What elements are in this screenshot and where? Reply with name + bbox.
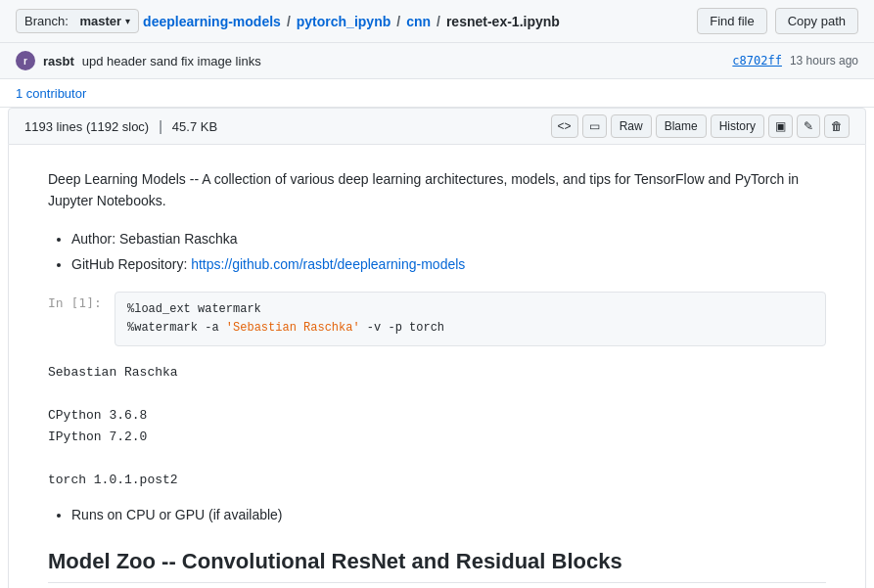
- delete-icon[interactable]: 🗑: [824, 114, 850, 138]
- contributor-link[interactable]: 1 contributor: [16, 86, 86, 101]
- find-file-button[interactable]: Find file: [697, 8, 767, 34]
- cell-label: In [1]:: [48, 292, 107, 346]
- output-line-blank-2: [48, 448, 826, 470]
- avatar: r: [16, 51, 35, 70]
- top-bar: Branch: master ▾ deeplearning-models / p…: [0, 0, 874, 43]
- output-line-blank-1: [48, 384, 826, 405]
- branch-label: Branch:: [24, 14, 69, 28]
- commit-message: upd header sand fix image links: [82, 54, 725, 68]
- breadcrumb: deeplearning-models / pytorch_ipynb / cn…: [143, 14, 560, 29]
- output-line-cpython: CPython 3.6.8: [48, 405, 826, 427]
- contributor-bar: 1 contributor: [0, 79, 874, 108]
- commit-hash[interactable]: c8702ff: [732, 54, 782, 68]
- output-line-torch: torch 1.0.1.post2: [48, 470, 826, 491]
- branch-name: master: [79, 14, 121, 28]
- github-link[interactable]: https://github.com/rasbt/deeplearning-mo…: [191, 256, 465, 272]
- section-title: Model Zoo -- Convolutional ResNet and Re…: [48, 549, 826, 583]
- code-line-2: %watermark -a 'Sebastian Raschka' -v -p …: [127, 319, 813, 338]
- file-lines: 1193 lines (1192 sloc): [24, 119, 149, 134]
- breadcrumb-sep-3: /: [437, 14, 440, 29]
- branch-chevron: ▾: [125, 16, 130, 26]
- breadcrumb-cnn[interactable]: cnn: [406, 14, 431, 29]
- breadcrumb-pytorch-ipynb[interactable]: pytorch_ipynb: [297, 14, 391, 29]
- description-text: Deep Learning Models -- A collection of …: [48, 168, 826, 212]
- bullet-runs: Runs on CPU or GPU (if available): [71, 504, 826, 525]
- bullet-author-text: Author: Sebastian Raschka: [71, 231, 238, 247]
- output-line-1: Sebastian Raschka: [48, 362, 826, 384]
- content-area: Deep Learning Models -- A collection of …: [8, 145, 866, 588]
- file-icon[interactable]: ▭: [582, 114, 607, 138]
- breadcrumb-sep-2: /: [396, 14, 400, 29]
- raw-button[interactable]: Raw: [611, 114, 652, 138]
- edit-icon[interactable]: ✎: [797, 114, 820, 138]
- output-line-ipython: IPython 7.2.0: [48, 427, 826, 448]
- bullet-runs-text: Runs on CPU or GPU (if available): [71, 507, 283, 522]
- output-bullets: Runs on CPU or GPU (if available): [48, 504, 826, 525]
- avatar-letter: r: [23, 56, 27, 67]
- output-block: Sebastian Raschka CPython 3.6.8 IPython …: [48, 362, 826, 492]
- breadcrumb-sep-1: /: [287, 14, 291, 29]
- commit-username[interactable]: rasbt: [43, 54, 74, 68]
- file-sep: |: [159, 118, 162, 134]
- file-actions: <> ▭ Raw Blame History ▣ ✎ 🗑: [551, 114, 850, 138]
- code-line-1: %load_ext watermark: [127, 300, 813, 319]
- commit-bar: r rasbt upd header sand fix image links …: [0, 43, 874, 79]
- file-size: 45.7 KB: [172, 119, 217, 134]
- commit-time: 13 hours ago: [790, 54, 858, 68]
- bullet-author: Author: Sebastian Raschka: [71, 228, 826, 249]
- top-bar-actions: Find file Copy path: [697, 8, 858, 34]
- branch-button[interactable]: Branch: master ▾: [16, 9, 139, 33]
- intro-bullets: Author: Sebastian Raschka GitHub Reposit…: [48, 228, 826, 276]
- bullet-github-prefix: GitHub Repository:: [71, 256, 191, 272]
- desktop-icon[interactable]: ▣: [768, 114, 793, 138]
- bullet-github: GitHub Repository: https://github.com/ra…: [71, 253, 826, 275]
- code-string: 'Sebastian Raschka': [226, 321, 360, 335]
- blame-button[interactable]: Blame: [656, 114, 707, 138]
- code-block: %load_ext watermark %watermark -a 'Sebas…: [115, 292, 826, 346]
- copy-path-button[interactable]: Copy path: [775, 8, 858, 34]
- code-cell-1: In [1]: %load_ext watermark %watermark -…: [48, 292, 826, 346]
- breadcrumb-current-file: resnet-ex-1.ipynb: [446, 14, 560, 29]
- history-button[interactable]: History: [711, 114, 764, 138]
- file-info-bar: 1193 lines (1192 sloc) | 45.7 KB <> ▭ Ra…: [8, 108, 866, 145]
- code-icon[interactable]: <>: [551, 114, 578, 138]
- breadcrumb-deeplearning-models[interactable]: deeplearning-models: [143, 14, 281, 29]
